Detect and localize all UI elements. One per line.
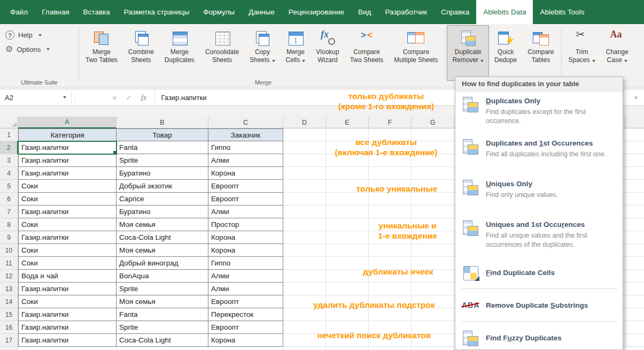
row-header-9[interactable]: 9	[0, 231, 18, 244]
cell-A14[interactable]: Соки	[18, 295, 117, 308]
formula-bar-handle-icon[interactable]: ⋮	[72, 89, 79, 105]
cell-D14[interactable]	[283, 295, 326, 308]
cancel-icon[interactable]: ×	[112, 93, 117, 102]
ribbon-button-duplicate-remover[interactable]: DuplicateRemover	[447, 25, 489, 81]
cell-D16[interactable]	[283, 321, 326, 334]
cell-G2[interactable]	[412, 141, 454, 154]
cell-F7[interactable]	[369, 206, 412, 218]
cell-E5[interactable]	[326, 180, 369, 193]
cell-B4[interactable]: Буратино	[117, 167, 208, 180]
cell-A13[interactable]: Газир.напитки	[18, 283, 117, 295]
cell-D9[interactable]	[283, 231, 326, 244]
cell-A2[interactable]: Газир.напитки	[18, 141, 117, 154]
cell-C3[interactable]: Алми	[208, 154, 283, 167]
cell-E4[interactable]	[326, 167, 369, 180]
cell-E10[interactable]	[326, 244, 369, 257]
cell-L8[interactable]	[625, 218, 644, 231]
cell-F12[interactable]	[369, 270, 412, 283]
cell-B14[interactable]: Моя семья	[117, 295, 208, 308]
tab-help[interactable]: Справка	[434, 0, 476, 24]
cell-B11[interactable]: Добрый виноград	[117, 257, 208, 270]
cell-A6[interactable]: Соки	[18, 193, 117, 206]
cell-D4[interactable]	[283, 167, 326, 180]
column-header-G[interactable]: G	[412, 117, 454, 128]
cell-F5[interactable]	[369, 180, 412, 193]
cell-L12[interactable]	[625, 270, 644, 283]
cell-F2[interactable]	[369, 141, 412, 154]
cell-G14[interactable]	[412, 295, 454, 308]
column-header-L[interactable]: L	[625, 117, 644, 128]
cell-F9[interactable]	[369, 231, 412, 244]
cell-L2[interactable]	[625, 141, 644, 154]
enter-icon[interactable]: ✓	[126, 94, 132, 102]
cell-C17[interactable]: Корона	[208, 334, 283, 347]
column-header-E[interactable]: E	[326, 117, 369, 128]
menu-item-duplicates-and-1st-occurences[interactable]: Duplicates and 1st OccurencesFind all du…	[455, 134, 623, 171]
ribbon-button-change-case[interactable]: ChangeCase	[601, 25, 634, 81]
cell-C13[interactable]: Алми	[208, 283, 283, 295]
cell-B17[interactable]: Coca-Cola Light	[117, 334, 208, 347]
cell-C6[interactable]: Евроопт	[208, 193, 283, 206]
row-header-1[interactable]: 1	[0, 128, 18, 141]
insert-function-icon[interactable]: fx	[141, 93, 147, 102]
ribbon-button-merge-cells[interactable]: MergeCells	[281, 25, 311, 81]
cell-E12[interactable]	[326, 270, 369, 283]
cell-A9[interactable]: Газир.напитки	[18, 231, 117, 244]
cell-B13[interactable]: Sprite	[117, 283, 208, 295]
cell-A8[interactable]: Соки	[18, 218, 117, 231]
cell-C16[interactable]: Евроопт	[208, 321, 283, 334]
cell-D7[interactable]	[283, 206, 326, 218]
row-header-8[interactable]: 8	[0, 218, 18, 231]
cell-C2[interactable]: Гиппо	[208, 141, 283, 154]
tab-file[interactable]: Файл	[3, 0, 35, 24]
ribbon-button-copy-sheets[interactable]: CopySheets	[244, 25, 280, 81]
ribbon-button-compare-tables[interactable]: CompareTables	[522, 25, 559, 81]
cell-E2[interactable]	[326, 141, 369, 154]
cell-B8[interactable]: Моя семья	[117, 218, 208, 231]
cell-B5[interactable]: Добрый экзотик	[117, 180, 208, 193]
cell-A1[interactable]: Категория	[18, 128, 117, 141]
cell-G18[interactable]	[412, 347, 454, 350]
cell-L16[interactable]	[625, 321, 644, 334]
row-header-12[interactable]: 12	[0, 270, 18, 283]
cell-D12[interactable]	[283, 270, 326, 283]
cell-B2[interactable]: Fanta	[117, 141, 208, 154]
cell-G16[interactable]	[412, 321, 454, 334]
cell-E1[interactable]	[326, 128, 369, 141]
cell-B6[interactable]: Caprice	[117, 193, 208, 206]
cell-E8[interactable]	[326, 218, 369, 231]
cell-A17[interactable]: Газир.напитки	[18, 334, 117, 347]
menu-item-remove-duplicate-substrings[interactable]: Remove Duplicate Substrings	[455, 291, 623, 319]
cell-G17[interactable]	[412, 334, 454, 347]
menu-item-uniques-and-1st-occurences[interactable]: Uniques and 1st OccurencesFind all uniqu…	[455, 215, 623, 254]
cell-A3[interactable]: Газир.напитки	[18, 154, 117, 167]
tab-page-layout[interactable]: Разметка страницы	[117, 0, 196, 24]
cell-F14[interactable]	[369, 295, 412, 308]
cell-F4[interactable]	[369, 167, 412, 180]
cell-L10[interactable]	[625, 244, 644, 257]
cell-F11[interactable]	[369, 257, 412, 270]
select-all-corner[interactable]	[0, 117, 18, 128]
row-header-16[interactable]: 16	[0, 321, 18, 334]
ribbon-button-consolidate-sheets[interactable]: ConsolidateSheets	[200, 25, 244, 81]
cell-L7[interactable]	[625, 206, 644, 218]
cell-L11[interactable]	[625, 257, 644, 270]
cell-E16[interactable]	[326, 321, 369, 334]
cell-D15[interactable]	[283, 308, 326, 321]
cell-C1[interactable]: Заказчик	[208, 128, 283, 141]
cell-G13[interactable]	[412, 283, 454, 295]
tab-home[interactable]: Главная	[35, 0, 76, 24]
cell-D18[interactable]	[283, 347, 326, 350]
cell-F10[interactable]	[369, 244, 412, 257]
cell-D6[interactable]	[283, 193, 326, 206]
cell-G7[interactable]	[412, 206, 454, 218]
row-header-18[interactable]: 18	[0, 347, 18, 350]
cell-A7[interactable]: Газир.напитки	[18, 206, 117, 218]
cell-G1[interactable]	[412, 128, 454, 141]
formula-bar-expand-icon[interactable]: ˅	[628, 89, 644, 105]
cell-B9[interactable]: Coca-Cola Light	[117, 231, 208, 244]
cell-A18[interactable]	[18, 347, 117, 350]
column-header-A[interactable]: A	[18, 117, 117, 128]
cell-G9[interactable]	[412, 231, 454, 244]
row-header-14[interactable]: 14	[0, 295, 18, 308]
